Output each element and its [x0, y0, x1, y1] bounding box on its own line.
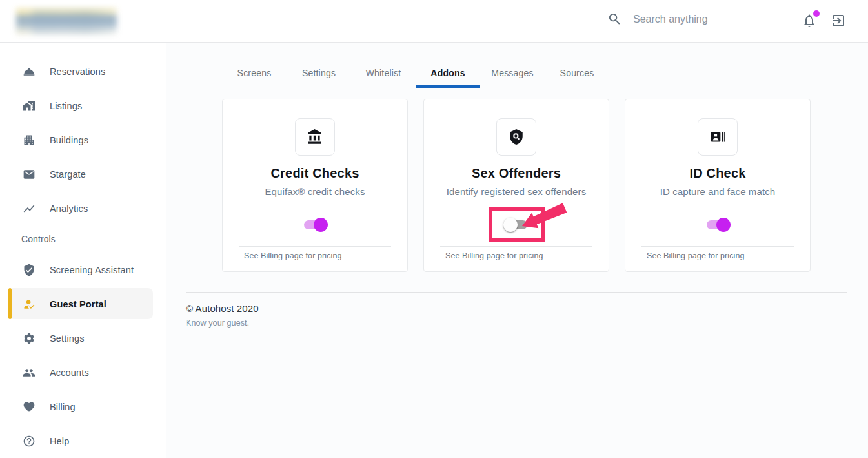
- shield-check-icon: [23, 264, 35, 276]
- annotation-arrow-icon: [517, 198, 575, 233]
- card-divider: [641, 246, 794, 247]
- bank-icon: [295, 118, 335, 156]
- search-input[interactable]: [633, 14, 769, 25]
- sidebar-item-help[interactable]: Help: [0, 424, 165, 458]
- top-header: [0, 0, 868, 43]
- addon-title: ID Check: [689, 166, 745, 181]
- help-icon: [23, 435, 35, 448]
- sidebar-item-reservations[interactable]: Reservations: [0, 54, 165, 88]
- header-actions: [801, 12, 847, 29]
- home-work-icon: [23, 99, 35, 112]
- logout-icon: [831, 13, 846, 28]
- logout-button[interactable]: [830, 12, 847, 29]
- notifications-button[interactable]: [801, 12, 818, 29]
- pricing-note: See Billing page for pricing: [445, 251, 543, 260]
- tab-addons[interactable]: Addons: [416, 58, 480, 87]
- sidebar-item-stargate[interactable]: Stargate: [0, 157, 165, 191]
- sidebar-item-label: Settings: [50, 333, 85, 344]
- active-indicator-bar: [8, 288, 12, 319]
- sidebar-item-settings[interactable]: Settings: [0, 321, 165, 355]
- app-logo[interactable]: [16, 8, 117, 34]
- sidebar-item-label: Accounts: [50, 368, 89, 378]
- toggle-knob: [314, 218, 328, 232]
- search-icon: [607, 12, 622, 26]
- person-check-icon: [23, 298, 35, 311]
- sidebar-item-label: Listings: [50, 101, 82, 111]
- sidebar-item-screening-assistant[interactable]: Screening Assistant: [0, 253, 165, 287]
- cloche-icon: [23, 65, 35, 78]
- pricing-note: See Billing page for pricing: [647, 251, 745, 260]
- search-bar[interactable]: [607, 12, 769, 26]
- tab-screens[interactable]: Screens: [222, 58, 287, 87]
- copyright-text: © Autohost 2020: [186, 303, 847, 314]
- addon-title: Credit Checks: [270, 166, 359, 181]
- people-icon: [23, 366, 35, 379]
- sidebar-item-analytics[interactable]: Analytics: [0, 191, 165, 225]
- addon-card-id-check: ID Check ID capture and face match See B…: [625, 99, 811, 272]
- sidebar-item-label: Analytics: [50, 203, 88, 214]
- tab-whitelist[interactable]: Whitelist: [351, 58, 416, 87]
- sidebar-primary-nav: Reservations Listings Buildings Stargate…: [0, 54, 165, 225]
- apartment-icon: [23, 134, 35, 147]
- card-divider: [239, 246, 391, 247]
- footer-divider: [186, 292, 847, 293]
- sidebar-section-label: Controls: [0, 225, 165, 253]
- main-content: ScreensSettingsWhitelistAddonsMessagesSo…: [166, 43, 868, 458]
- addon-subtitle: Equifax® credit checks: [265, 186, 365, 197]
- sidebar-item-billing[interactable]: Billing: [0, 390, 165, 424]
- sidebar-item-label: Help: [50, 436, 69, 446]
- addon-card-sex-offenders: Sex Offenders Identify registered sex of…: [423, 99, 609, 272]
- tab-bar: ScreensSettingsWhitelistAddonsMessagesSo…: [222, 58, 811, 87]
- card-divider: [440, 246, 592, 247]
- addon-subtitle: Identify registered sex offenders: [447, 186, 586, 197]
- addon-subtitle: ID capture and face match: [660, 186, 775, 197]
- gear-icon: [23, 332, 35, 345]
- tagline-text: Know your guest.: [186, 318, 847, 328]
- sidebar-item-listings[interactable]: Listings: [0, 88, 165, 123]
- sidebar-item-label: Billing: [50, 402, 76, 412]
- id-card-icon: [698, 118, 738, 156]
- shield-search-icon: [496, 118, 536, 156]
- sidebar: Reservations Listings Buildings Stargate…: [0, 43, 165, 458]
- sidebar-item-label: Guest Portal: [50, 299, 106, 309]
- sidebar-controls-nav: Screening Assistant Guest Portal Setting…: [0, 253, 165, 458]
- tab-messages[interactable]: Messages: [480, 58, 545, 87]
- tab-sources[interactable]: Sources: [545, 58, 609, 87]
- page-footer: © Autohost 2020 Know your guest.: [186, 292, 847, 328]
- addon-title: Sex Offenders: [472, 166, 561, 181]
- sidebar-item-label: Buildings: [50, 135, 88, 145]
- sidebar-item-guest-portal[interactable]: Guest Portal: [0, 287, 165, 321]
- sidebar-item-label: Reservations: [50, 67, 105, 77]
- addon-card-credit-checks: Credit Checks Equifax® credit checks See…: [222, 99, 408, 272]
- heart-icon: [23, 401, 35, 413]
- addon-toggle[interactable]: [302, 216, 328, 233]
- tab-settings[interactable]: Settings: [287, 58, 351, 87]
- mail-icon: [23, 168, 35, 181]
- toggle-knob: [716, 218, 731, 232]
- pricing-note: See Billing page for pricing: [244, 251, 342, 260]
- sidebar-item-label: Stargate: [50, 169, 86, 180]
- chart-icon: [23, 202, 35, 215]
- sidebar-item-label: Screening Assistant: [50, 265, 134, 275]
- notification-unread-dot: [813, 10, 820, 17]
- addon-cards-row: Credit Checks Equifax® credit checks See…: [222, 99, 811, 272]
- addon-toggle[interactable]: [705, 216, 731, 233]
- sidebar-item-buildings[interactable]: Buildings: [0, 123, 165, 157]
- sidebar-item-accounts[interactable]: Accounts: [0, 355, 165, 390]
